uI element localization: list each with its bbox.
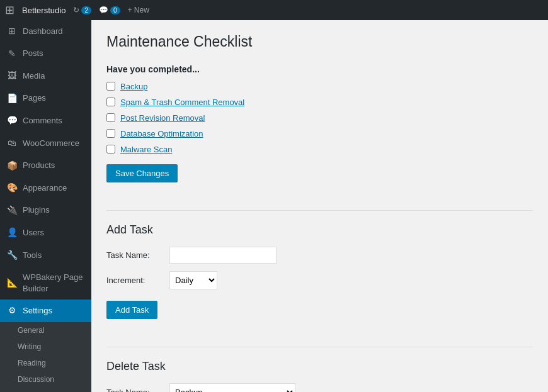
sidebar-label-settings: Settings (23, 305, 52, 316)
appearance-icon: 🎨 (6, 182, 18, 194)
tools-icon: 🔧 (6, 249, 18, 262)
sidebar-label-plugins: Plugins (23, 204, 50, 216)
increment-row: Increment: DailyWeeklyMonthly (106, 271, 533, 289)
delete-task-section: Delete Task Task Name: BackupSpam & Tras… (106, 360, 533, 392)
add-task-button[interactable]: Add Task (106, 301, 157, 319)
checklist-label-malware[interactable]: Malware Scan (120, 145, 172, 154)
task-name-row: Task Name: (106, 247, 533, 264)
checkbox-backup[interactable] (106, 82, 115, 91)
sidebar-item-appearance[interactable]: 🎨Appearance (0, 177, 91, 199)
delete-task-heading: Delete Task (106, 360, 533, 373)
checklist-heading: Have you completed... (106, 64, 533, 74)
task-name-input[interactable] (169, 247, 277, 264)
updates-icon: ↻ (73, 6, 79, 14)
settings-icon: ⚙ (6, 305, 18, 317)
sidebar-label-products: Products (23, 160, 55, 171)
wpbakery-icon: 📐 (6, 277, 18, 289)
submenu-item-writing[interactable]: Writing (0, 339, 91, 355)
sidebar-label-appearance: Appearance (23, 182, 67, 194)
products-icon: 📦 (6, 160, 18, 172)
section-divider-1 (106, 210, 533, 211)
save-changes-button[interactable]: Save Changes (106, 164, 178, 182)
pages-icon: 📄 (6, 92, 18, 105)
task-name-label: Task Name: (106, 250, 163, 260)
checklist-item-backup: Backup (106, 82, 533, 91)
sidebar-item-woocommerce[interactable]: 🛍WooCommerce (0, 132, 91, 155)
sidebar-item-dashboard[interactable]: ⊞Dashboard (0, 20, 91, 43)
checklist-item-revision: Post Revision Removal (106, 113, 533, 123)
sidebar: ⊞Dashboard✎Posts🖼Media📄Pages💬Comments🛍Wo… (0, 20, 91, 392)
sidebar-label-wpbakery: WPBakery Page Builder (23, 272, 85, 294)
sidebar-item-products[interactable]: 📦Products (0, 155, 91, 177)
section-divider-2 (106, 347, 533, 347)
sidebar-label-media: Media (23, 70, 45, 82)
submenu-item-reading[interactable]: Reading (0, 355, 91, 371)
updates-item[interactable]: ↻ 2 (73, 6, 91, 14)
plugins-icon: 🔌 (6, 204, 18, 217)
new-button[interactable]: + New (128, 6, 149, 14)
checkbox-malware[interactable] (106, 145, 115, 154)
sidebar-item-settings[interactable]: ⚙Settings (0, 300, 91, 322)
sidebar-item-tools[interactable]: 🔧Tools (0, 244, 91, 267)
submenu-item-general[interactable]: General (0, 322, 91, 339)
updates-count: 2 (81, 6, 91, 14)
checklist-item-malware: Malware Scan (106, 145, 533, 154)
sidebar-label-pages: Pages (23, 92, 46, 104)
delete-task-select[interactable]: BackupSpam & Trash Comment RemovalPost R… (169, 383, 295, 392)
dashboard-icon: ⊞ (6, 25, 18, 38)
submenu-item-media[interactable]: Media (0, 388, 91, 393)
site-name: Betterstudio (22, 6, 66, 15)
checkbox-revision[interactable] (106, 113, 115, 122)
add-task-section: Add Task Task Name: Increment: DailyWeek… (106, 223, 533, 332)
sidebar-item-pages[interactable]: 📄Pages (0, 87, 91, 110)
increment-label: Increment: (106, 276, 163, 285)
checkbox-spam[interactable] (106, 98, 115, 106)
users-icon: 👤 (6, 227, 18, 239)
checklist-items: BackupSpam & Trash Comment RemovalPost R… (106, 82, 533, 154)
checkbox-db_opt[interactable] (106, 129, 115, 138)
checklist-item-spam: Spam & Trash Comment Removal (106, 98, 533, 107)
sidebar-label-posts: Posts (23, 48, 43, 59)
topbar: ⊞ Betterstudio ↻ 2 💬 0 + New (0, 0, 548, 20)
sidebar-item-plugins[interactable]: 🔌Plugins (0, 199, 91, 222)
submenu-item-discussion[interactable]: Discussion (0, 371, 91, 388)
main-content: Maintenance Checklist Have you completed… (91, 20, 548, 392)
sidebar-item-posts[interactable]: ✎Posts (0, 43, 91, 65)
increment-select[interactable]: DailyWeeklyMonthly (169, 271, 217, 289)
delete-task-name-label: Task Name: (106, 388, 163, 392)
checklist-label-db_opt[interactable]: Database Optimization (120, 129, 203, 138)
posts-icon: ✎ (6, 48, 18, 60)
sidebar-label-comments: Comments (23, 115, 62, 126)
sidebar-label-dashboard: Dashboard (23, 26, 63, 37)
delete-task-name-row: Task Name: BackupSpam & Trash Comment Re… (106, 383, 533, 392)
sidebar-item-wpbakery[interactable]: 📐WPBakery Page Builder (0, 267, 91, 300)
comments-icon: 💬 (99, 6, 108, 14)
sidebar-label-woocommerce: WooCommerce (23, 138, 79, 149)
sidebar-item-media[interactable]: 🖼Media (0, 65, 91, 87)
media-icon: 🖼 (6, 70, 18, 82)
woocommerce-icon: 🛍 (6, 137, 18, 150)
sidebar-label-users: Users (23, 227, 44, 238)
add-task-heading: Add Task (106, 223, 533, 237)
sidebar-item-comments[interactable]: 💬Comments (0, 109, 91, 132)
sidebar-item-users[interactable]: 👤Users (0, 221, 91, 244)
checklist-label-revision[interactable]: Post Revision Removal (120, 113, 205, 123)
checklist-label-backup[interactable]: Backup (120, 82, 147, 91)
wp-logo-icon[interactable]: ⊞ (5, 3, 14, 17)
comments-item[interactable]: 💬 0 (99, 6, 120, 14)
comments-count: 0 (110, 6, 120, 14)
comments-icon: 💬 (6, 115, 18, 127)
page-title: Maintenance Checklist (106, 33, 533, 52)
checklist-label-spam[interactable]: Spam & Trash Comment Removal (120, 98, 244, 107)
sidebar-label-tools: Tools (23, 250, 42, 261)
checklist-section: Have you completed... BackupSpam & Trash… (106, 64, 533, 195)
checklist-item-db_opt: Database Optimization (106, 129, 533, 138)
settings-submenu: GeneralWritingReadingDiscussionMedia (0, 322, 91, 393)
